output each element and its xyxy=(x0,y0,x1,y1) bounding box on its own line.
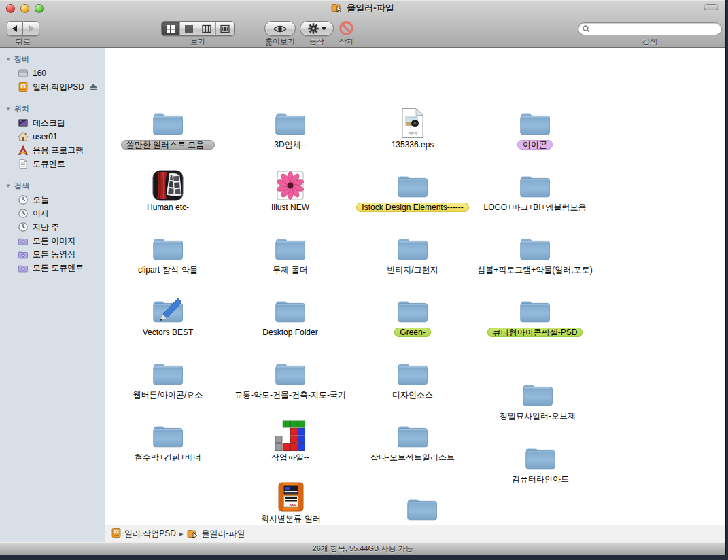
proxy-folder-icon xyxy=(187,527,199,540)
clock-icon xyxy=(18,222,29,232)
folder-icon xyxy=(232,357,348,389)
smart-folder-icon xyxy=(18,249,29,260)
coverflow-view-button[interactable] xyxy=(215,22,234,35)
sidebar-item[interactable]: 응용 프로그램 xyxy=(0,143,105,157)
search-field[interactable] xyxy=(578,22,722,35)
sidebar-item-label: 모든 이미지 xyxy=(33,235,75,247)
desktop-icon xyxy=(18,118,29,128)
file-label: 심볼+픽토그램+약물(일러,포토) xyxy=(477,265,593,275)
path-segment[interactable]: 일러.작업PSD xyxy=(111,527,176,540)
status-text: 26개 항목, 55.44GB 사용 가능 xyxy=(313,544,413,554)
folder-icon xyxy=(477,170,593,201)
file-label: 웹버튼/아이콘/요소 xyxy=(110,390,226,400)
applications-icon xyxy=(18,145,29,156)
titlebar[interactable]: 올일러-파일 xyxy=(0,2,725,14)
file-item[interactable]: Istock Design Elements------ xyxy=(355,170,470,213)
file-item[interactable]: LOGO+마크+BI+엠블럼모음 xyxy=(477,170,593,213)
documents-icon xyxy=(18,158,29,169)
icon-view-button[interactable] xyxy=(162,22,179,35)
sidebar-section-title: 장비 xyxy=(14,54,29,65)
file-label: 3D입체-- xyxy=(232,140,348,150)
toolbar-toggle-button[interactable] xyxy=(704,4,718,10)
back-button[interactable] xyxy=(7,21,23,36)
file-item[interactable]: Vectors BEST xyxy=(110,295,226,338)
file-item[interactable]: 큐티형아이콘픽셀-PSD xyxy=(477,295,593,338)
sidebar-item[interactable]: 모든 도큐멘트 xyxy=(0,261,105,275)
folder-icon xyxy=(110,420,226,451)
forward-button[interactable] xyxy=(23,21,39,36)
folder-icon xyxy=(483,442,598,473)
file-item[interactable]: 한국화+동양화풍일러 xyxy=(364,493,480,525)
statusbar: 26개 항목, 55.44GB 사용 가능 xyxy=(0,542,725,555)
delete-button[interactable] xyxy=(339,20,354,36)
folder-pen-icon xyxy=(110,295,226,326)
file-item[interactable]: 쓸만한 일러스트 모음-- xyxy=(110,107,226,150)
sidebar-item[interactable]: 일러.작업PSD xyxy=(0,80,105,94)
nav-buttons xyxy=(7,21,39,36)
quicklook-button[interactable] xyxy=(264,21,296,36)
file-item[interactable]: clipart-장식-약물 xyxy=(110,232,226,275)
clock-icon xyxy=(18,208,29,219)
photobooth-icon xyxy=(110,170,226,201)
file-item[interactable]: 심볼+픽토그램+약물(일러,포토) xyxy=(477,232,593,275)
sidebar-item[interactable]: 모든 이미지 xyxy=(0,234,105,247)
file-item[interactable]: Desktop Folder xyxy=(232,295,348,338)
file-item[interactable]: 웹버튼/아이콘/요소 xyxy=(110,357,226,400)
file-label: Vectors BEST xyxy=(110,328,226,338)
search-input[interactable] xyxy=(593,24,717,34)
sidebar-item[interactable]: 160 xyxy=(0,67,105,80)
eject-icon[interactable] xyxy=(89,83,105,91)
file-label: 교통-약도-건물-건축-지도-국기 xyxy=(232,390,348,400)
file-item[interactable]: 작업파일-- xyxy=(232,420,348,463)
file-label: 디자인소스 xyxy=(355,390,470,400)
file-item[interactable]: EPS135336.eps xyxy=(355,107,470,150)
view-mode-control xyxy=(161,21,235,36)
file-item[interactable]: 빈티지/그런지 xyxy=(355,232,470,275)
sidebar-section-header[interactable]: ▼장비 xyxy=(0,53,105,67)
file-item[interactable]: 정밀묘사일러-오브제 xyxy=(480,379,595,421)
file-item[interactable]: 디자인소스 xyxy=(355,357,470,400)
file-grid: 쓸만한 일러스트 모음--3D입체--EPS135336.eps아이콘Human… xyxy=(105,48,725,525)
path-segment[interactable]: 올일러-파일 xyxy=(187,527,245,540)
list-view-button[interactable] xyxy=(179,22,198,35)
eps-file-icon: EPS xyxy=(355,107,470,139)
proxy-folder-icon[interactable] xyxy=(331,1,343,15)
gear-icon xyxy=(308,23,319,34)
file-item[interactable]: 컴퓨터라인아트 xyxy=(483,442,598,485)
sidebar-item[interactable]: 어제 xyxy=(0,207,105,220)
orange-disk-icon: 999 xyxy=(233,481,349,512)
sidebar-section-header[interactable]: ▼위치 xyxy=(0,103,105,116)
delete-label: 삭제 xyxy=(331,37,362,47)
file-item[interactable]: 현수막+간판+베너 xyxy=(110,420,226,463)
file-item[interactable]: Illust NEW xyxy=(232,170,348,213)
flower-page-icon xyxy=(232,170,348,201)
action-button[interactable] xyxy=(300,21,334,36)
file-item[interactable]: 무제 폴더 xyxy=(232,232,348,275)
file-item[interactable]: 999회사별분류-일러 xyxy=(233,481,349,524)
sidebar-item[interactable]: 지난 주 xyxy=(0,220,105,234)
file-item[interactable]: 3D입체-- xyxy=(232,107,348,150)
search-icon xyxy=(583,25,590,33)
back-label: 뒤로 xyxy=(7,37,39,47)
coverflow-view-icon xyxy=(220,24,230,33)
file-label: 작업파일-- xyxy=(232,453,348,463)
sidebar-item[interactable]: 모든 동영상 xyxy=(0,247,105,261)
sidebar-section-header[interactable]: ▼검색 xyxy=(0,179,105,193)
disclosure-triangle-icon: ▼ xyxy=(5,56,11,63)
file-item[interactable]: 아이콘 xyxy=(477,107,593,150)
sidebar-item[interactable]: 오늘 xyxy=(0,193,105,207)
sidebar-item-label: 도큐멘트 xyxy=(33,158,65,170)
file-item[interactable]: Green- xyxy=(355,295,470,338)
eye-icon xyxy=(273,24,288,33)
file-label: Human etc- xyxy=(110,203,226,213)
sidebar-item[interactable]: 데스크탑 xyxy=(0,116,105,130)
file-item[interactable]: 교통-약도-건물-건축-지도-국기 xyxy=(232,357,348,400)
sidebar-item-label: 일러.작업PSD xyxy=(33,82,84,93)
column-view-button[interactable] xyxy=(198,22,216,35)
file-item[interactable]: 잡다-오브젝트일러스트 xyxy=(355,420,470,463)
file-label: 빈티지/그런지 xyxy=(355,265,470,275)
sidebar-item[interactable]: user01 xyxy=(0,130,105,143)
file-item[interactable]: Human etc- xyxy=(110,170,226,213)
view-label: 보기 xyxy=(161,37,235,47)
sidebar-item[interactable]: 도큐멘트 xyxy=(0,157,105,171)
